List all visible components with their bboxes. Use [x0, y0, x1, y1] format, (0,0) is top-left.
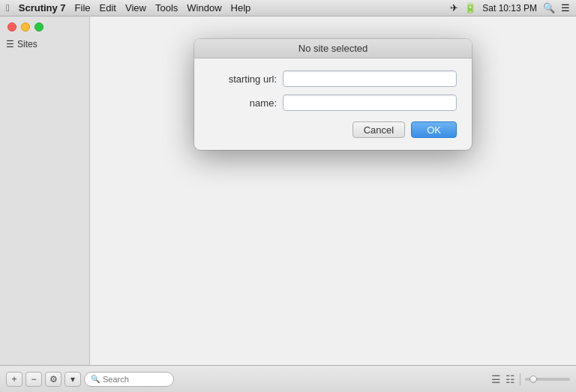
main-content: ☰ Sites No site selected starting url:	[0, 16, 576, 392]
zoom-slider[interactable]	[525, 378, 570, 381]
sidebar-expand-icon[interactable]: ☰	[6, 39, 14, 49]
menu-window[interactable]: Window	[187, 2, 221, 13]
toolbar-right-icons: ☰ ☷	[491, 373, 570, 385]
menu-help[interactable]: Help	[231, 2, 251, 13]
add-button[interactable]: +	[6, 372, 22, 387]
ok-button[interactable]: OK	[411, 121, 457, 138]
battery-icon: 🔋	[464, 2, 476, 13]
settings-button[interactable]: ⚙	[45, 372, 62, 387]
app-name[interactable]: Scrutiny 7	[19, 2, 66, 13]
sidebar: ☰ Sites	[0, 16, 90, 365]
close-button[interactable]	[8, 22, 16, 31]
dialog-body: starting url: name: Cancel OK	[194, 58, 472, 150]
notification-icon[interactable]: ☰	[561, 2, 570, 13]
url-row: starting url:	[209, 70, 457, 87]
menu-file[interactable]: File	[75, 2, 91, 13]
menu-edit[interactable]: Edit	[100, 2, 116, 13]
search-icon: 🔍	[91, 375, 100, 383]
remove-button[interactable]: −	[26, 372, 42, 387]
url-label: starting url:	[209, 73, 277, 85]
apple-menu-icon[interactable]: 	[6, 2, 10, 13]
list-view-icon[interactable]: ☰	[491, 373, 501, 385]
content-area: No site selected starting url: name: Can…	[90, 16, 576, 365]
dialog: No site selected starting url: name: Can…	[194, 39, 472, 150]
bottom-toolbar: + − ⚙ ▾ 🔍 ☰ ☷	[0, 365, 576, 392]
menubar-time: Sat 10:13 PM	[482, 3, 537, 13]
dialog-title: No site selected	[298, 43, 368, 54]
sites-label: Sites	[17, 39, 38, 49]
name-label: name:	[209, 97, 277, 109]
url-input[interactable]	[283, 70, 457, 87]
detail-view-icon[interactable]: ☷	[506, 373, 515, 385]
menubar:  Scrutiny 7 File Edit View Tools Window…	[0, 0, 576, 16]
toolbar-separator	[520, 373, 520, 385]
zoom-slider-thumb[interactable]	[530, 376, 537, 383]
minimize-button[interactable]	[21, 22, 30, 31]
traffic-lights	[0, 16, 89, 37]
fullscreen-button[interactable]	[34, 22, 44, 31]
spotlight-icon[interactable]: 🔍	[543, 2, 555, 13]
dialog-buttons: Cancel OK	[209, 118, 457, 139]
modal-overlay: No site selected starting url: name: Can…	[90, 16, 576, 365]
airdrop-icon: ✈	[450, 2, 458, 13]
name-input[interactable]	[283, 94, 457, 111]
menu-tools[interactable]: Tools	[155, 2, 178, 13]
menu-view[interactable]: View	[125, 2, 146, 13]
chevron-button[interactable]: ▾	[64, 372, 81, 387]
search-input[interactable]	[103, 375, 163, 384]
dialog-titlebar: No site selected	[194, 39, 472, 58]
name-row: name:	[209, 94, 457, 111]
sidebar-sites-label: ☰ Sites	[0, 37, 89, 54]
cancel-button[interactable]: Cancel	[352, 121, 405, 138]
app-area: ☰ Sites No site selected starting url:	[0, 16, 576, 365]
search-field[interactable]: 🔍	[84, 372, 174, 387]
